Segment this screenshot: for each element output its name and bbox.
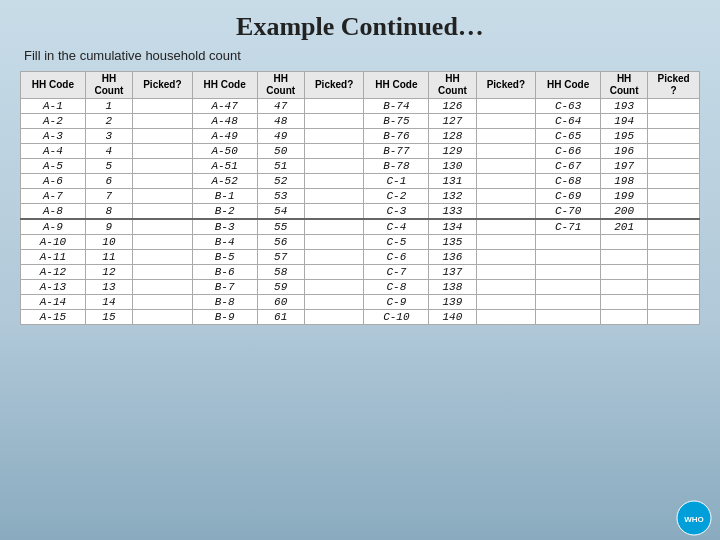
table-row: C-69 [536, 189, 601, 204]
table-row: A-14 [21, 295, 86, 310]
table-row: 127 [429, 114, 476, 129]
table-row: C-10 [364, 310, 429, 325]
picked-cell [648, 174, 700, 189]
table-row: 4 [85, 144, 132, 159]
picked-cell [133, 235, 193, 250]
table-row: 13 [85, 280, 132, 295]
table-row [601, 250, 648, 265]
table-row: A-2 [21, 114, 86, 129]
table-row: 11 [85, 250, 132, 265]
picked-cell [133, 219, 193, 235]
table-row: 57 [257, 250, 304, 265]
col3-picked-header: Picked? [476, 72, 536, 99]
col2-hh-code-header: HH Code [192, 72, 257, 99]
picked-cell [648, 280, 700, 295]
table-row: 1 [85, 99, 132, 114]
table-row: 48 [257, 114, 304, 129]
table-row: C-3 [364, 204, 429, 220]
picked-cell [648, 144, 700, 159]
table-row [601, 280, 648, 295]
table-row: B-1 [192, 189, 257, 204]
table-row: A-11 [21, 250, 86, 265]
table-row: C-2 [364, 189, 429, 204]
table-row [601, 295, 648, 310]
table-row: B-9 [192, 310, 257, 325]
table-row: B-78 [364, 159, 429, 174]
table-row: A-5 [21, 159, 86, 174]
table-row: C-8 [364, 280, 429, 295]
table-row: A-3 [21, 129, 86, 144]
table-row: B-75 [364, 114, 429, 129]
table-row [536, 310, 601, 325]
table-row: C-65 [536, 129, 601, 144]
col4-picked-header: Picked? [648, 72, 700, 99]
table-row: C-66 [536, 144, 601, 159]
picked-cell [648, 129, 700, 144]
table-row [601, 235, 648, 250]
picked-cell [304, 114, 364, 129]
picked-cell [648, 310, 700, 325]
picked-cell [476, 204, 536, 220]
table-row: 132 [429, 189, 476, 204]
table-row: B-3 [192, 219, 257, 235]
table-row [536, 295, 601, 310]
picked-cell [476, 250, 536, 265]
table-row: 199 [601, 189, 648, 204]
table-row: 201 [601, 219, 648, 235]
col1-hh-count-header: HHCount [85, 72, 132, 99]
col2-hh-count-header: HHCount [257, 72, 304, 99]
table-row: B-6 [192, 265, 257, 280]
table-row: 60 [257, 295, 304, 310]
table-row: 8 [85, 204, 132, 220]
picked-cell [648, 159, 700, 174]
table-row: 9 [85, 219, 132, 235]
picked-cell [476, 129, 536, 144]
picked-cell [648, 265, 700, 280]
picked-cell [133, 280, 193, 295]
table-row: C-9 [364, 295, 429, 310]
picked-cell [648, 204, 700, 220]
picked-cell [304, 99, 364, 114]
picked-cell [304, 310, 364, 325]
picked-cell [648, 189, 700, 204]
table-row: 49 [257, 129, 304, 144]
table-row: C-1 [364, 174, 429, 189]
table-row: B-77 [364, 144, 429, 159]
table-row [536, 265, 601, 280]
table-row: 12 [85, 265, 132, 280]
table-row: 47 [257, 99, 304, 114]
picked-cell [476, 310, 536, 325]
main-table: HH Code HHCount Picked? HH Code HHCount … [20, 71, 700, 325]
table-row: 136 [429, 250, 476, 265]
picked-cell [476, 280, 536, 295]
table-row: 194 [601, 114, 648, 129]
table-row: A-52 [192, 174, 257, 189]
table-row: 51 [257, 159, 304, 174]
table-row: A-9 [21, 219, 86, 235]
picked-cell [304, 250, 364, 265]
picked-cell [133, 310, 193, 325]
table-row: 198 [601, 174, 648, 189]
picked-cell [304, 204, 364, 220]
table-row [536, 250, 601, 265]
table-row: A-49 [192, 129, 257, 144]
col1-hh-code-header: HH Code [21, 72, 86, 99]
table-row: 58 [257, 265, 304, 280]
picked-cell [304, 129, 364, 144]
table-row: A-6 [21, 174, 86, 189]
table-row: 129 [429, 144, 476, 159]
table-row: C-71 [536, 219, 601, 235]
table-row: C-68 [536, 174, 601, 189]
picked-cell [304, 144, 364, 159]
table-row: C-67 [536, 159, 601, 174]
col3-hh-code-header: HH Code [364, 72, 429, 99]
table-row: 134 [429, 219, 476, 235]
table-row: 3 [85, 129, 132, 144]
table-row: 6 [85, 174, 132, 189]
table-row: 59 [257, 280, 304, 295]
table-row: 140 [429, 310, 476, 325]
table-row: C-64 [536, 114, 601, 129]
table-row: 126 [429, 99, 476, 114]
table-row: A-48 [192, 114, 257, 129]
table-row: A-15 [21, 310, 86, 325]
